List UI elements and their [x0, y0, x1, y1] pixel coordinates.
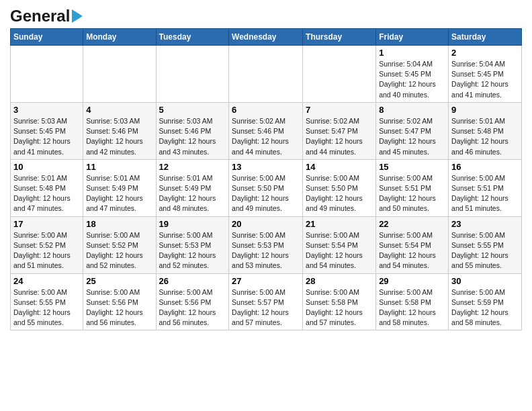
cell-info: Sunrise: 5:00 AM Sunset: 5:50 PM Dayligh… [232, 173, 300, 214]
calendar-cell: 6Sunrise: 5:02 AM Sunset: 5:46 PM Daylig… [229, 102, 303, 159]
calendar-cell: 20Sunrise: 5:00 AM Sunset: 5:53 PM Dayli… [229, 216, 303, 273]
day-number: 17 [13, 219, 80, 229]
cell-info: Sunrise: 5:00 AM Sunset: 5:54 PM Dayligh… [306, 230, 373, 271]
day-number: 1 [379, 48, 445, 58]
day-number: 12 [159, 162, 226, 172]
weekday-monday: Monday [83, 29, 156, 46]
calendar-cell: 8Sunrise: 5:02 AM Sunset: 5:47 PM Daylig… [376, 102, 449, 159]
day-number: 15 [379, 162, 445, 172]
week-row-1: 1Sunrise: 5:04 AM Sunset: 5:45 PM Daylig… [11, 46, 522, 103]
calendar-cell: 27Sunrise: 5:00 AM Sunset: 5:57 PM Dayli… [229, 273, 303, 330]
day-number: 29 [379, 276, 445, 286]
cell-info: Sunrise: 5:00 AM Sunset: 5:53 PM Dayligh… [159, 230, 226, 271]
cell-info: Sunrise: 5:01 AM Sunset: 5:48 PM Dayligh… [451, 116, 519, 157]
cell-info: Sunrise: 5:00 AM Sunset: 5:57 PM Dayligh… [232, 287, 300, 328]
day-number: 2 [451, 48, 519, 58]
cell-info: Sunrise: 5:03 AM Sunset: 5:46 PM Dayligh… [86, 116, 152, 157]
day-number: 19 [159, 219, 226, 229]
calendar-page: General SundayMondayTuesdayWednesdayThur… [0, 0, 532, 340]
cell-info: Sunrise: 5:00 AM Sunset: 5:55 PM Dayligh… [13, 287, 80, 328]
calendar-cell: 25Sunrise: 5:00 AM Sunset: 5:56 PM Dayli… [83, 273, 156, 330]
cell-info: Sunrise: 5:00 AM Sunset: 5:54 PM Dayligh… [379, 230, 445, 271]
week-row-4: 17Sunrise: 5:00 AM Sunset: 5:52 PM Dayli… [11, 216, 522, 273]
weekday-thursday: Thursday [303, 29, 376, 46]
cell-info: Sunrise: 5:00 AM Sunset: 5:53 PM Dayligh… [232, 230, 300, 271]
weekday-wednesday: Wednesday [229, 29, 303, 46]
calendar-cell: 23Sunrise: 5:00 AM Sunset: 5:55 PM Dayli… [449, 216, 522, 273]
day-number: 14 [306, 162, 373, 172]
cell-info: Sunrise: 5:00 AM Sunset: 5:52 PM Dayligh… [13, 230, 80, 271]
calendar-cell: 7Sunrise: 5:02 AM Sunset: 5:47 PM Daylig… [303, 102, 376, 159]
week-row-3: 10Sunrise: 5:01 AM Sunset: 5:48 PM Dayli… [11, 159, 522, 216]
cell-info: Sunrise: 5:00 AM Sunset: 5:59 PM Dayligh… [451, 287, 519, 328]
cell-info: Sunrise: 5:03 AM Sunset: 5:46 PM Dayligh… [159, 116, 226, 157]
calendar-cell: 16Sunrise: 5:00 AM Sunset: 5:51 PM Dayli… [449, 159, 522, 216]
day-number: 23 [451, 219, 519, 229]
day-number: 25 [86, 276, 152, 286]
day-number: 9 [451, 105, 519, 115]
logo-general: General [10, 7, 70, 26]
calendar-cell: 4Sunrise: 5:03 AM Sunset: 5:46 PM Daylig… [83, 102, 156, 159]
calendar-cell: 3Sunrise: 5:03 AM Sunset: 5:45 PM Daylig… [11, 102, 83, 159]
calendar-cell: 22Sunrise: 5:00 AM Sunset: 5:54 PM Dayli… [376, 216, 449, 273]
calendar-cell: 13Sunrise: 5:00 AM Sunset: 5:50 PM Dayli… [229, 159, 303, 216]
cell-info: Sunrise: 5:03 AM Sunset: 5:45 PM Dayligh… [13, 116, 80, 157]
day-number: 13 [232, 162, 300, 172]
day-number: 28 [306, 276, 373, 286]
cell-info: Sunrise: 5:00 AM Sunset: 5:50 PM Dayligh… [306, 173, 373, 214]
cell-info: Sunrise: 5:00 AM Sunset: 5:55 PM Dayligh… [451, 230, 519, 271]
calendar-cell [303, 46, 376, 103]
day-number: 21 [306, 219, 373, 229]
cell-info: Sunrise: 5:02 AM Sunset: 5:46 PM Dayligh… [232, 116, 300, 157]
day-number: 8 [379, 105, 445, 115]
week-row-2: 3Sunrise: 5:03 AM Sunset: 5:45 PM Daylig… [11, 102, 522, 159]
cell-info: Sunrise: 5:00 AM Sunset: 5:56 PM Dayligh… [159, 287, 226, 328]
cell-info: Sunrise: 5:02 AM Sunset: 5:47 PM Dayligh… [379, 116, 445, 157]
header: General [10, 7, 522, 23]
cell-info: Sunrise: 5:01 AM Sunset: 5:49 PM Dayligh… [86, 173, 152, 214]
cell-info: Sunrise: 5:01 AM Sunset: 5:48 PM Dayligh… [13, 173, 80, 214]
calendar-cell: 1Sunrise: 5:04 AM Sunset: 5:45 PM Daylig… [376, 46, 449, 103]
day-number: 26 [159, 276, 226, 286]
cell-info: Sunrise: 5:04 AM Sunset: 5:45 PM Dayligh… [451, 59, 519, 100]
weekday-friday: Friday [376, 29, 449, 46]
calendar-cell: 28Sunrise: 5:00 AM Sunset: 5:58 PM Dayli… [303, 273, 376, 330]
calendar-cell: 26Sunrise: 5:00 AM Sunset: 5:56 PM Dayli… [156, 273, 229, 330]
logo: General [10, 7, 83, 23]
day-number: 30 [451, 276, 519, 286]
calendar-cell [11, 46, 83, 103]
day-number: 10 [13, 162, 80, 172]
day-number: 18 [86, 219, 152, 229]
calendar-cell: 9Sunrise: 5:01 AM Sunset: 5:48 PM Daylig… [449, 102, 522, 159]
day-number: 20 [232, 219, 300, 229]
calendar-cell: 19Sunrise: 5:00 AM Sunset: 5:53 PM Dayli… [156, 216, 229, 273]
calendar-cell: 15Sunrise: 5:00 AM Sunset: 5:51 PM Dayli… [376, 159, 449, 216]
cell-info: Sunrise: 5:00 AM Sunset: 5:58 PM Dayligh… [379, 287, 445, 328]
weekday-saturday: Saturday [449, 29, 522, 46]
cell-info: Sunrise: 5:00 AM Sunset: 5:51 PM Dayligh… [451, 173, 519, 214]
cell-info: Sunrise: 5:01 AM Sunset: 5:49 PM Dayligh… [159, 173, 226, 214]
calendar-cell: 5Sunrise: 5:03 AM Sunset: 5:46 PM Daylig… [156, 102, 229, 159]
day-number: 22 [379, 219, 445, 229]
calendar-cell: 17Sunrise: 5:00 AM Sunset: 5:52 PM Dayli… [11, 216, 83, 273]
cell-info: Sunrise: 5:00 AM Sunset: 5:51 PM Dayligh… [379, 173, 445, 214]
calendar-cell: 11Sunrise: 5:01 AM Sunset: 5:49 PM Dayli… [83, 159, 156, 216]
logo-arrow-icon [72, 9, 83, 23]
week-row-5: 24Sunrise: 5:00 AM Sunset: 5:55 PM Dayli… [11, 273, 522, 330]
day-number: 27 [232, 276, 300, 286]
calendar-cell: 29Sunrise: 5:00 AM Sunset: 5:58 PM Dayli… [376, 273, 449, 330]
calendar-cell: 21Sunrise: 5:00 AM Sunset: 5:54 PM Dayli… [303, 216, 376, 273]
day-number: 6 [232, 105, 300, 115]
calendar-table: SundayMondayTuesdayWednesdayThursdayFrid… [10, 28, 522, 330]
calendar-cell: 10Sunrise: 5:01 AM Sunset: 5:48 PM Dayli… [11, 159, 83, 216]
day-number: 24 [13, 276, 80, 286]
day-number: 7 [306, 105, 373, 115]
calendar-cell: 2Sunrise: 5:04 AM Sunset: 5:45 PM Daylig… [449, 46, 522, 103]
weekday-header-row: SundayMondayTuesdayWednesdayThursdayFrid… [11, 29, 522, 46]
calendar-cell: 30Sunrise: 5:00 AM Sunset: 5:59 PM Dayli… [449, 273, 522, 330]
day-number: 16 [451, 162, 519, 172]
cell-info: Sunrise: 5:04 AM Sunset: 5:45 PM Dayligh… [379, 59, 445, 100]
calendar-cell [83, 46, 156, 103]
day-number: 5 [159, 105, 226, 115]
calendar-cell: 18Sunrise: 5:00 AM Sunset: 5:52 PM Dayli… [83, 216, 156, 273]
